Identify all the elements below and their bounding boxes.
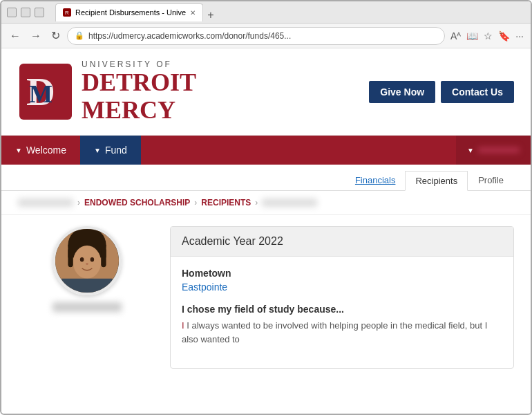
avatar-image (55, 226, 119, 295)
svg-point-6 (73, 246, 101, 279)
hometown-field: Hometown Eastpointe (182, 268, 502, 293)
study-question: I chose my field of study because... (182, 304, 502, 315)
title-bar: R Recipient Disbursements - Unive ✕ + (1, 1, 531, 24)
fund-label: Fund (105, 145, 127, 156)
address-bar[interactable]: 🔒 https://udmercy.academicworks.com/dono… (67, 27, 445, 45)
recipient-name-blurred (53, 302, 122, 312)
tab-strip: R Recipient Disbursements - Unive ✕ + (55, 3, 218, 21)
window-close-btn[interactable] (35, 8, 44, 17)
nav-bar: ← → ↻ 🔒 https://udmercy.academicworks.co… (1, 24, 531, 48)
answer-text: I always wanted to be involved with help… (182, 320, 487, 344)
breadcrumb-blurred-2 (262, 199, 317, 207)
url-text: https://udmercy.academicworks.com/donor/… (88, 31, 291, 41)
back-btn[interactable]: ← (7, 28, 23, 44)
profile-side (18, 226, 156, 369)
svg-text:M: M (29, 80, 53, 108)
svg-point-8 (91, 257, 95, 261)
avatar (53, 226, 122, 295)
university-of-label: UNIVERSITY OF (82, 59, 196, 69)
content-tabs: Financials Recipients Profile (1, 165, 531, 191)
welcome-label: Welcome (26, 145, 66, 156)
logo-area: D M UNIVERSITY OF DETROIT MERCY (18, 59, 196, 124)
svg-point-7 (80, 257, 84, 261)
info-panel: Academic Year 2022 Hometown Eastpointe I… (170, 226, 514, 369)
user-caret: ▼ (467, 147, 474, 154)
breadcrumb-recipients[interactable]: RECIPIENTS (201, 198, 251, 208)
breadcrumb-sep-1: › (77, 198, 80, 208)
breadcrumb: › ENDOWED SCHOLARSHIP › RECIPIENTS › (1, 191, 531, 215)
read-aloud-btn[interactable]: 📖 (465, 29, 479, 43)
give-now-button[interactable]: Give Now (369, 81, 435, 103)
detroit-label: DETROIT (82, 68, 196, 96)
window-minimize-btn[interactable] (7, 8, 17, 17)
window-controls (7, 8, 44, 17)
breadcrumb-blurred-1 (18, 199, 73, 207)
university-name: DETROIT MERCY (82, 69, 196, 124)
reader-mode-btn[interactable]: Aᴬ (449, 29, 462, 43)
nav-icons: Aᴬ 📖 ☆ 🔖 ··· (449, 29, 525, 43)
tab-recipients[interactable]: Recipients (405, 171, 468, 191)
hometown-value: Eastpointe (182, 282, 502, 293)
window-maximize-btn[interactable] (21, 8, 30, 17)
browser-window: R Recipient Disbursements - Unive ✕ + ← … (0, 0, 532, 415)
forward-btn[interactable]: → (28, 28, 44, 44)
academic-year-header: Academic Year 2022 (171, 227, 513, 257)
more-btn[interactable]: ··· (514, 29, 525, 43)
contact-us-button[interactable]: Contact Us (441, 81, 514, 103)
active-tab[interactable]: R Recipient Disbursements - Unive ✕ (55, 3, 203, 21)
fund-nav-item[interactable]: ▼ Fund (80, 136, 141, 165)
university-text: UNIVERSITY OF DETROIT MERCY (82, 59, 196, 124)
svg-rect-11 (68, 248, 73, 268)
breadcrumb-scholarship[interactable]: ENDOWED SCHOLARSHIP (84, 198, 190, 208)
main-content: Academic Year 2022 Hometown Eastpointe I… (1, 215, 531, 380)
tab-profile[interactable]: Profile (468, 170, 514, 190)
svg-rect-10 (61, 279, 113, 295)
fund-caret: ▼ (94, 147, 101, 154)
study-reason-field: I chose my field of study because... I I… (182, 304, 502, 346)
breadcrumb-sep-2: › (194, 198, 197, 208)
page-content: D M UNIVERSITY OF DETROIT MERCY Give Now… (1, 48, 531, 414)
svg-point-9 (86, 263, 88, 265)
nav-menu: ▼ Welcome ▼ Fund ▼ (1, 136, 531, 165)
user-name-blurred (478, 147, 520, 153)
tab-favicon: R (63, 8, 71, 17)
nav-spacer (141, 136, 456, 165)
welcome-nav-item[interactable]: ▼ Welcome (1, 136, 80, 165)
tab-label: Recipient Disbursements - Unive (75, 8, 186, 17)
collections-btn[interactable]: 🔖 (497, 29, 511, 43)
mercy-label: MERCY (82, 96, 175, 124)
favorites-btn[interactable]: ☆ (482, 29, 494, 43)
lock-icon: 🔒 (75, 31, 84, 40)
tab-financials[interactable]: Financials (345, 171, 406, 190)
refresh-btn[interactable]: ↻ (48, 28, 63, 44)
site-header: D M UNIVERSITY OF DETROIT MERCY Give Now… (1, 48, 531, 136)
study-answer: I I always wanted to be involved with he… (182, 319, 502, 346)
university-logo: D M (18, 62, 73, 121)
welcome-caret: ▼ (15, 147, 22, 154)
breadcrumb-sep-3: › (255, 198, 258, 208)
hometown-label: Hometown (182, 268, 502, 279)
info-panel-body: Hometown Eastpointe I chose my field of … (171, 257, 513, 368)
header-buttons: Give Now Contact Us (369, 81, 514, 103)
svg-rect-12 (101, 248, 106, 268)
user-menu[interactable]: ▼ (456, 136, 531, 165)
new-tab-btn[interactable]: + (203, 9, 218, 21)
tab-close-btn[interactable]: ✕ (190, 9, 196, 17)
